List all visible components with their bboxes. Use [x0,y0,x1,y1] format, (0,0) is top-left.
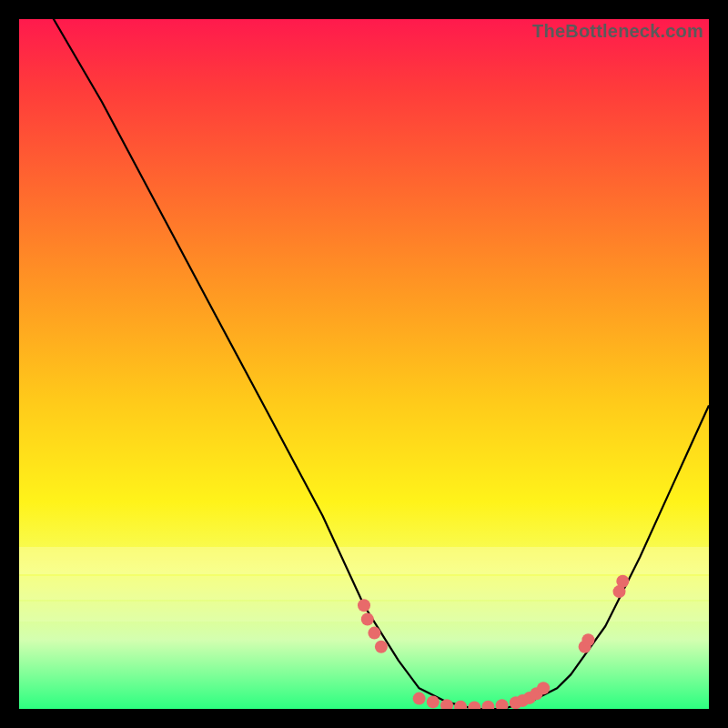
background-gradient [19,19,709,709]
watermark-text: TheBottleneck.com [532,21,703,42]
chart-frame: TheBottleneck.com [0,0,728,728]
plot-area: TheBottleneck.com [19,19,709,709]
